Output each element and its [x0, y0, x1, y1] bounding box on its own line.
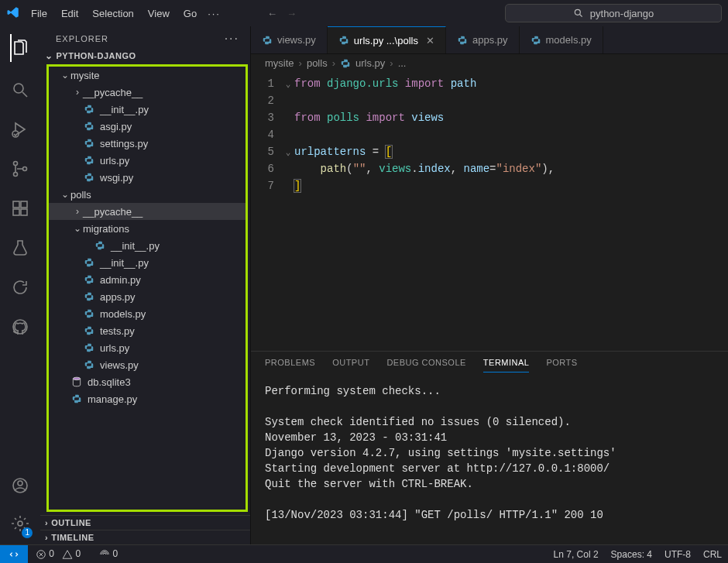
timeline-section-header[interactable]: › TIMELINE: [40, 530, 250, 544]
tab-apps[interactable]: apps.py: [446, 26, 520, 53]
menu-go[interactable]: Go: [177, 5, 203, 22]
statusbar: 0 0 0 Ln 7, Col 2 Spaces: 4 UTF-8 CRL: [0, 544, 728, 563]
file-db[interactable]: db.sqlite3: [49, 373, 246, 390]
command-center[interactable]: python-django: [505, 4, 722, 22]
panel-tab-output[interactable]: OUTPUT: [332, 358, 369, 372]
python-icon: [94, 239, 106, 252]
activity-bar: 1: [0, 26, 40, 544]
panel-tab-terminal[interactable]: TERMINAL: [483, 358, 530, 372]
status-errors[interactable]: 0: [36, 548, 54, 560]
tab-urls[interactable]: urls.py ...\polls ✕: [328, 26, 446, 53]
nav-back-icon[interactable]: ←: [267, 8, 277, 19]
python-icon: [83, 256, 95, 269]
svg-rect-10: [13, 209, 19, 215]
file-tests[interactable]: tests.py: [49, 322, 246, 339]
activity-run[interactable]: [11, 120, 29, 141]
activity-explorer[interactable]: [10, 34, 30, 62]
outline-section-header[interactable]: › OUTLINE: [40, 515, 250, 530]
tab-views[interactable]: views.py: [251, 26, 328, 53]
folder-mysite[interactable]: ⌄ mysite: [49, 67, 246, 84]
svg-point-14: [18, 481, 22, 486]
python-icon: [83, 342, 95, 354]
file-models[interactable]: models.py: [49, 305, 246, 322]
status-cursor[interactable]: Ln 7, Col 2: [554, 549, 599, 560]
breadcrumbs[interactable]: mysite› polls› urls.py› ...: [251, 54, 728, 72]
menu-overflow-icon[interactable]: ···: [208, 8, 221, 19]
python-icon: [83, 154, 95, 166]
folder-mysite-pycache[interactable]: › __pycache__: [49, 84, 246, 101]
file-explorer-tree: ⌄ mysite › __pycache__ __init__.py asgi.…: [46, 64, 248, 512]
settings-badge: 1: [22, 527, 33, 538]
folder-migrations[interactable]: ⌄ migrations: [49, 220, 246, 237]
sidebar-more-icon[interactable]: ···: [225, 36, 239, 42]
python-icon: [70, 393, 83, 405]
python-icon: [83, 307, 95, 320]
project-name: PYTHON-DJANGO: [57, 51, 136, 60]
python-icon: [83, 273, 95, 286]
svg-point-5: [14, 162, 18, 166]
vscode-logo-icon: [6, 5, 20, 22]
svg-point-2: [14, 84, 23, 93]
status-encoding[interactable]: UTF-8: [664, 549, 691, 560]
file-manage[interactable]: manage.py: [49, 390, 246, 407]
activity-testing[interactable]: [11, 239, 29, 259]
file-polls-init[interactable]: __init__.py: [49, 254, 246, 271]
status-warnings[interactable]: 0: [62, 548, 81, 560]
activity-extensions[interactable]: [11, 199, 29, 220]
python-icon: [83, 290, 95, 303]
activity-reload[interactable]: [11, 278, 29, 299]
menu-view[interactable]: View: [142, 5, 176, 22]
remote-indicator[interactable]: [0, 545, 28, 563]
search-text: python-django: [590, 8, 654, 19]
panel-tab-problems[interactable]: PROBLEMS: [265, 358, 315, 372]
editor-tabs: views.py urls.py ...\polls ✕ apps.py mod…: [251, 26, 728, 54]
file-apps[interactable]: apps.py: [49, 288, 246, 305]
file-migrations-init[interactable]: __init__.py: [49, 237, 246, 254]
nav-forward-icon[interactable]: →: [287, 8, 297, 19]
python-icon: [83, 103, 95, 115]
close-icon[interactable]: ✕: [426, 35, 434, 46]
svg-point-16: [73, 377, 80, 380]
file-wsgi[interactable]: wsgi.py: [49, 169, 246, 186]
project-section-header[interactable]: ⌄ PYTHON-DJANGO: [40, 48, 250, 64]
sidebar: EXPLORER ··· ⌄ PYTHON-DJANGO ⌄ mysite › …: [40, 26, 251, 544]
svg-point-6: [14, 173, 18, 177]
activity-search[interactable]: [11, 81, 29, 101]
folder-polls-pycache[interactable]: › __pycache__: [49, 203, 246, 220]
menu-file[interactable]: File: [25, 5, 53, 22]
editor-group: views.py urls.py ...\polls ✕ apps.py mod…: [251, 26, 728, 544]
file-mysite-init[interactable]: __init__.py: [49, 101, 246, 118]
file-asgi[interactable]: asgi.py: [49, 118, 246, 135]
folder-polls[interactable]: ⌄ polls: [49, 186, 246, 203]
svg-point-15: [18, 521, 22, 526]
status-eol[interactable]: CRL: [703, 549, 722, 560]
file-views[interactable]: views.py: [49, 356, 246, 373]
editor-content[interactable]: 1⌄ from django.urls import path 2 3 from…: [251, 72, 728, 351]
menubar: File Edit Selection View Go: [25, 5, 203, 22]
status-ports[interactable]: 0: [99, 548, 118, 560]
tab-models[interactable]: models.py: [520, 26, 603, 53]
sidebar-title: EXPLORER: [56, 34, 108, 43]
terminal-output[interactable]: Performing system checks... System check…: [251, 376, 728, 544]
svg-rect-11: [21, 209, 27, 215]
python-icon: [83, 171, 95, 184]
file-settings[interactable]: settings.py: [49, 135, 246, 152]
svg-point-7: [23, 167, 27, 171]
svg-line-3: [22, 92, 27, 97]
python-icon: [83, 120, 95, 132]
svg-line-1: [580, 15, 582, 17]
file-polls-urls[interactable]: urls.py: [49, 339, 246, 356]
svg-rect-8: [13, 201, 19, 208]
activity-account[interactable]: [11, 476, 29, 497]
activity-settings[interactable]: 1: [11, 514, 29, 535]
svg-rect-9: [21, 201, 27, 208]
file-mysite-urls[interactable]: urls.py: [49, 152, 246, 169]
activity-scm[interactable]: [11, 160, 29, 180]
panel-tab-ports[interactable]: PORTS: [546, 358, 577, 372]
panel-tab-debug[interactable]: DEBUG CONSOLE: [386, 358, 465, 372]
file-admin[interactable]: admin.py: [49, 271, 246, 288]
menu-selection[interactable]: Selection: [86, 5, 139, 22]
menu-edit[interactable]: Edit: [55, 5, 84, 22]
status-spaces[interactable]: Spaces: 4: [611, 549, 652, 560]
activity-github[interactable]: [11, 318, 29, 338]
